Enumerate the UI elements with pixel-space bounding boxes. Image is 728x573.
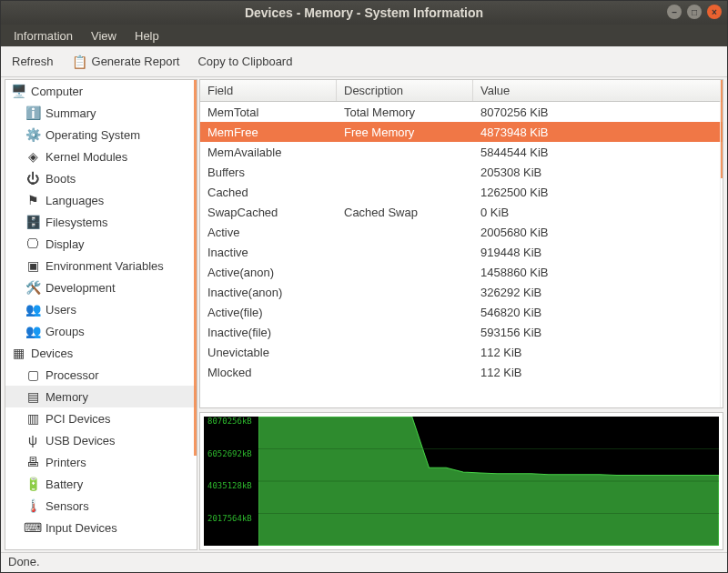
minimize-button[interactable]: – [667,5,682,19]
cell-field: MemFree [200,124,337,141]
menubar: Information View Help [1,25,727,46]
table-row[interactable]: Inactive919448 KiB [200,242,723,262]
col-field[interactable]: Field [200,80,337,101]
table-row[interactable]: Active2005680 KiB [200,222,723,242]
chart-y-tick: 6052692kB [207,449,252,458]
tree-item-users[interactable]: 👥Users [5,298,197,320]
cell-desc [337,310,473,314]
table-row[interactable]: Inactive(anon)326292 KiB [200,282,723,302]
table-row[interactable]: MemFreeFree Memory4873948 KiB [200,122,723,142]
cell-value: 1458860 KiB [473,264,723,281]
module-icon: ◈ [24,147,42,166]
sidebar-tree[interactable]: 🖥️Computerℹ️Summary⚙️Operating System◈Ke… [5,79,197,550]
table-row[interactable]: SwapCachedCached Swap0 KiB [200,202,723,222]
info-icon: ℹ️ [24,104,42,122]
computer-icon: 🖥️ [9,82,27,100]
tree-group[interactable]: 🖥️Computer [5,80,197,102]
cell-field: SwapCached [200,204,337,221]
tree-item-groups[interactable]: 👥Groups [5,320,197,342]
app-window: Devices - Memory - System Information – … [0,0,728,573]
tree-item-operating-system[interactable]: ⚙️Operating System [5,124,197,146]
groups-icon: 👥 [24,322,42,340]
tree-item-summary[interactable]: ℹ️Summary [5,102,197,124]
tree-item-environment-variables[interactable]: ▣Environment Variables [5,255,197,276]
terminal-icon: ▣ [24,256,42,275]
cell-field: Mlocked [200,364,337,381]
tree-item-display[interactable]: 🖵Display [5,233,197,255]
tree-item-boots[interactable]: ⏻Boots [5,167,197,189]
cell-desc [337,330,473,334]
tree-item-processor[interactable]: ▢Processor [5,364,197,386]
tree-item-kernel-modules[interactable]: ◈Kernel Modules [5,146,197,167]
cell-desc: Free Memory [337,124,473,141]
table-row[interactable]: Unevictable112 KiB [200,342,723,362]
chart-y-tick: 2017564kB [207,514,252,523]
table-row[interactable]: Mlocked112 KiB [200,362,723,382]
cell-field: Inactive [200,244,337,261]
table-row[interactable]: MemAvailable5844544 KiB [200,142,723,162]
cell-desc [337,170,473,174]
report-icon: 📋 [72,54,88,70]
copy-clipboard-button[interactable]: Copy to Clipboard [192,51,298,72]
tree-label: Users [46,303,76,317]
window-controls: – □ × [667,5,722,19]
tree-label: PCI Devices [46,412,111,426]
cell-field: Active(anon) [200,264,337,281]
tree-label: Computer [31,85,83,98]
generate-report-button[interactable]: 📋 Generate Report [66,50,186,74]
cell-desc [337,350,473,354]
tree-group[interactable]: ▦Devices [5,342,197,364]
cell-desc [337,150,473,154]
cpu-icon: ▢ [24,366,42,384]
pci-icon: ▥ [24,409,42,427]
input-icon: ⌨ [24,518,42,537]
tree-item-usb-devices[interactable]: ψUSB Devices [5,429,197,451]
tree-item-battery[interactable]: 🔋Battery [5,473,197,495]
menu-view[interactable]: View [84,27,124,45]
cell-value: 112 KiB [473,364,723,381]
sensor-icon: 🌡️ [24,497,42,515]
memory-chart: 8070256kB6052692kB4035128kB2017564kB [199,412,723,550]
cell-value: 5844544 KiB [473,144,723,161]
tree-label: Battery [46,478,83,491]
tree-label: Input Devices [46,521,117,535]
table-row[interactable]: Active(file)546820 KiB [200,302,723,322]
toolbar: Refresh 📋 Generate Report Copy to Clipbo… [1,46,727,77]
cell-field: Inactive(file) [200,324,337,341]
cell-value: 205308 KiB [473,164,723,181]
tree-label: Printers [46,456,86,469]
tree-item-input-devices[interactable]: ⌨Input Devices [5,517,197,538]
cell-value: 919448 KiB [473,244,723,261]
scrollbar[interactable] [194,80,197,549]
cell-desc: Cached Swap [337,204,473,221]
table-row[interactable]: MemTotalTotal Memory8070256 KiB [200,102,723,122]
menu-information[interactable]: Information [6,27,80,45]
tree-label: Boots [46,172,76,186]
tree-item-languages[interactable]: ⚑Languages [5,189,197,211]
table-row[interactable]: Buffers205308 KiB [200,162,723,182]
maximize-button[interactable]: □ [687,5,702,19]
scrollbar[interactable] [720,80,723,407]
table-row[interactable]: Active(anon)1458860 KiB [200,262,723,282]
cell-field: Active(file) [200,304,337,321]
chart-svg [258,417,719,546]
table-row[interactable]: Inactive(file)593156 KiB [200,322,723,342]
tree-item-printers[interactable]: 🖶Printers [5,451,197,473]
cell-field: Cached [200,184,337,201]
tree-item-development[interactable]: 🛠️Development [5,276,197,298]
cell-field: Unevictable [200,344,337,361]
tree-item-sensors[interactable]: 🌡️Sensors [5,495,197,517]
tree-item-filesystems[interactable]: 🗄️Filesystems [5,211,197,233]
table-row[interactable]: Cached1262500 KiB [200,182,723,202]
col-description[interactable]: Description [337,80,473,101]
tree-label: Kernel Modules [46,150,127,164]
disk-icon: 🗄️ [24,213,42,231]
menu-help[interactable]: Help [127,27,167,45]
tree-item-pci-devices[interactable]: ▥PCI Devices [5,407,197,429]
refresh-button[interactable]: Refresh [6,51,59,72]
close-button[interactable]: × [707,5,722,19]
cell-value: 2005680 KiB [473,224,723,241]
tree-item-memory[interactable]: ▤Memory [5,386,197,407]
cell-desc [337,270,473,274]
col-value[interactable]: Value [473,80,723,101]
